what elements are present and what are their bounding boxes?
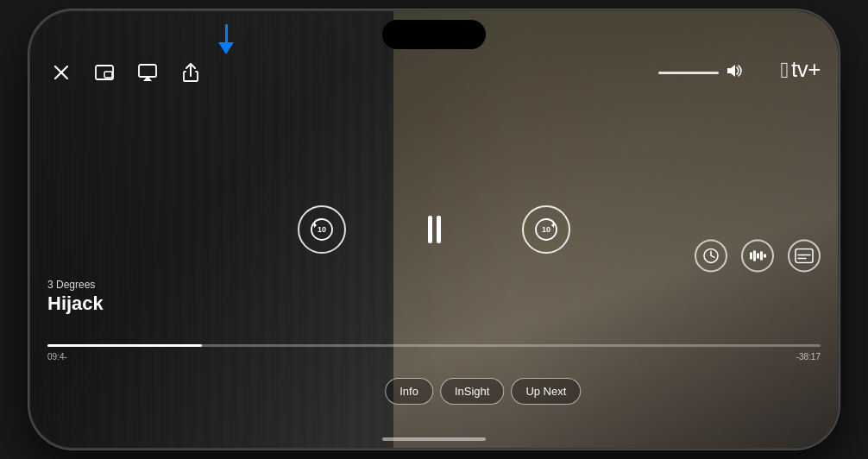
- audio-button[interactable]: [741, 239, 774, 272]
- svg-rect-4: [139, 65, 156, 77]
- show-title: Hijack: [47, 292, 104, 315]
- subtitles-button[interactable]: [788, 239, 821, 272]
- progress-track[interactable]: [47, 344, 821, 347]
- remaining-time: -38:17: [796, 352, 821, 362]
- phone-frame:  tv+ 3 Degrees Hijack 10: [28, 9, 840, 450]
- info-tab[interactable]: Info: [385, 378, 433, 405]
- volume-icon: [726, 63, 743, 82]
- top-bar-left: [47, 59, 204, 86]
- share-button[interactable]: [177, 59, 204, 86]
- center-controls: 10 10: [298, 205, 570, 254]
- show-subtitle: 3 Degrees: [47, 279, 104, 291]
- time-labels: 09:4- -38:17: [47, 352, 821, 362]
- controls-layer:  tv+ 3 Degrees Hijack 10: [30, 11, 838, 448]
- dynamic-island: [382, 20, 486, 49]
- close-button[interactable]: [47, 59, 75, 86]
- tv-plus-text: tv+: [791, 56, 821, 83]
- svg-rect-3: [104, 72, 112, 78]
- bottom-tabs: Info InSight Up Next: [385, 378, 581, 405]
- progress-area: 09:4- -38:17: [47, 344, 821, 362]
- apple-tv-logo:  tv+: [781, 56, 821, 83]
- forward-10-button[interactable]: 10: [522, 205, 570, 254]
- current-time: 09:4-: [47, 352, 67, 362]
- rewind-10-button[interactable]: 10: [298, 205, 346, 254]
- progress-fill: [47, 344, 202, 347]
- svg-text:10: 10: [542, 225, 550, 234]
- top-right-controls: [658, 63, 743, 82]
- right-side-icons: [695, 239, 821, 272]
- svg-rect-11: [796, 248, 813, 262]
- volume-track: [658, 72, 719, 74]
- home-indicator: [382, 437, 486, 441]
- up-next-tab[interactable]: Up Next: [511, 378, 581, 405]
- apple-symbol: : [781, 59, 789, 81]
- airplay-button[interactable]: [134, 59, 161, 86]
- pause-button[interactable]: [415, 211, 453, 248]
- pip-button[interactable]: [91, 59, 118, 86]
- title-area: 3 Degrees Hijack: [47, 279, 104, 315]
- pause-bar-right: [437, 216, 441, 243]
- insight-tab[interactable]: InSight: [440, 378, 504, 405]
- power-button[interactable]: [838, 141, 840, 201]
- svg-text:10: 10: [318, 225, 326, 234]
- speed-button[interactable]: [695, 239, 727, 272]
- pause-bar-left: [428, 216, 432, 243]
